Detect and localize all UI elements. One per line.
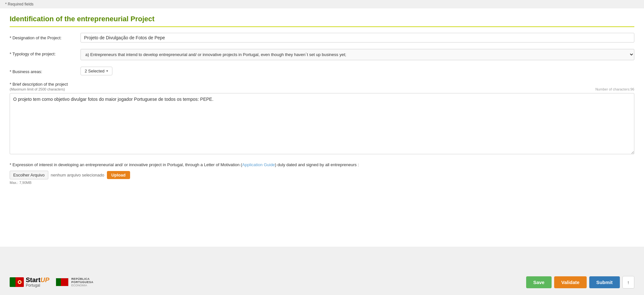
expression-section: * Expression of interest in developing a… <box>10 162 634 185</box>
typology-label: * Typology of the project: <box>10 49 80 56</box>
expression-text-before: * Expression of interest in developing a… <box>10 162 242 167</box>
designation-row: * Designation of the Project: <box>10 33 634 43</box>
business-areas-button[interactable]: 2 Selected ▾ <box>80 67 112 75</box>
business-areas-field: 2 Selected ▾ <box>80 67 634 75</box>
republica-line3: ECONOMIA <box>71 284 93 287</box>
choose-file-button[interactable]: Escolher Arquivo <box>10 171 48 179</box>
designation-label: * Designation of the Project: <box>10 33 80 40</box>
designation-field <box>80 33 634 43</box>
submit-button[interactable]: Submit <box>589 276 620 288</box>
startup-up-text: UP <box>41 276 50 283</box>
expression-label: * Expression of interest in developing a… <box>10 162 634 168</box>
section-title: Identification of the entrepreneurial Pr… <box>10 15 634 27</box>
startup-logo: StartUP Portugal <box>10 277 49 288</box>
republica-logo: REPÚBLICA PORTUGUESA ECONOMIA <box>56 277 93 287</box>
flag-green-portion <box>10 277 15 287</box>
footer-buttons: Save Validate Submit ↑ <box>526 276 634 289</box>
expression-text-after: ) duly dated and signed by all entrepren… <box>275 162 359 167</box>
description-sublabel: (Maximum limit of 2500 characters) <box>10 87 65 91</box>
republica-line1: REPÚBLICA <box>71 277 93 281</box>
file-upload-row: Escolher Arquivo nenhum arquivo selecion… <box>10 171 634 179</box>
validate-button[interactable]: Validate <box>554 276 587 288</box>
application-guide-link[interactable]: Application Guide <box>242 162 275 167</box>
description-textarea[interactable]: O projeto tem como objetivo divulgar fot… <box>10 93 634 154</box>
bottom-spacer <box>0 250 644 269</box>
startup-text: StartUP Portugal <box>26 277 49 288</box>
business-areas-label: * Business areas: <box>10 67 80 74</box>
file-name-display: nenhum arquivo selecionado <box>51 173 104 177</box>
startup-flag-icon <box>10 277 24 287</box>
required-fields-note: * Required fields <box>0 0 644 8</box>
char-count-value: 96 <box>630 87 634 91</box>
business-areas-selected-text: 2 Selected <box>85 69 104 73</box>
typology-select[interactable]: a) Entrepreneurs that intend to develop … <box>80 49 634 60</box>
save-button[interactable]: Save <box>526 276 552 288</box>
flag-red-portion <box>15 277 24 287</box>
main-panel: Identification of the entrepreneurial Pr… <box>0 8 644 247</box>
max-size-label: Max.: 7,90MB <box>10 181 634 185</box>
startup-portugal-text: Portugal <box>26 283 49 288</box>
chevron-down-icon: ▾ <box>106 69 108 73</box>
scroll-top-button[interactable]: ↑ <box>622 276 635 289</box>
upload-button[interactable]: Upload <box>107 171 130 179</box>
description-section: * Brief description of the project (Maxi… <box>10 82 634 155</box>
startup-start-text: Start <box>26 276 41 283</box>
typology-field: a) Entrepreneurs that intend to develop … <box>80 49 634 60</box>
char-count: Number of characters:96 <box>595 87 634 91</box>
description-label: * Brief description of the project <box>10 82 634 87</box>
business-areas-row: * Business areas: 2 Selected ▾ <box>10 67 634 75</box>
rep-flag-red <box>61 278 69 286</box>
republica-line2: PORTUGUESA <box>71 281 93 284</box>
typology-row: * Typology of the project: a) Entreprene… <box>10 49 634 60</box>
char-count-label: Number of characters: <box>595 87 630 91</box>
footer-logos: StartUP Portugal REPÚBLICA PORTUGUESA EC… <box>10 277 93 288</box>
rep-flag-green <box>56 278 61 286</box>
republica-text-block: REPÚBLICA PORTUGUESA ECONOMIA <box>71 277 93 287</box>
republica-flag-icon <box>56 278 69 286</box>
footer: StartUP Portugal REPÚBLICA PORTUGUESA EC… <box>0 269 644 295</box>
description-header: * Brief description of the project <box>10 82 634 87</box>
designation-input[interactable] <box>80 33 634 43</box>
